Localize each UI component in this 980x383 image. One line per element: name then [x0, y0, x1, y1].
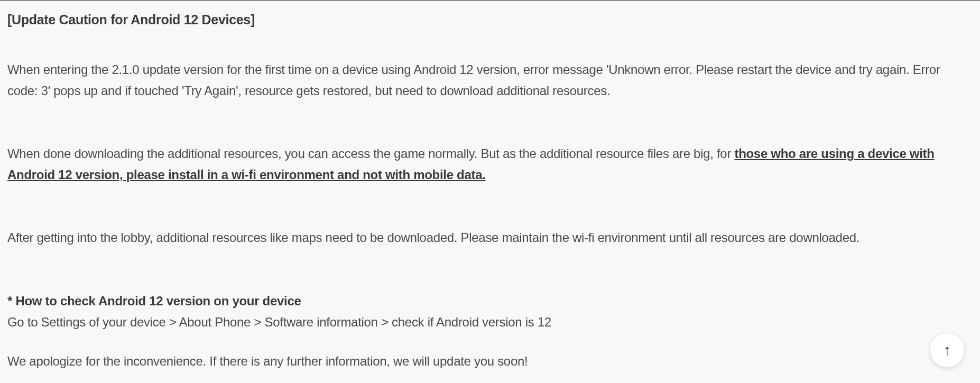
section-heading: [Update Caution for Android 12 Devices] [7, 12, 973, 27]
arrow-up-icon: ↑ [944, 343, 951, 358]
apology-text: We apologize for the inconvenience. If t… [7, 351, 973, 372]
spacer [7, 269, 973, 291]
content-area: [Update Caution for Android 12 Devices] … [0, 1, 980, 372]
paragraph-1: When entering the 2.1.0 update version f… [7, 59, 973, 101]
spacer [7, 122, 973, 143]
spacer [7, 332, 973, 351]
howto-heading: * How to check Android 12 version on you… [7, 291, 973, 312]
paragraph-2-text: When done downloading the additional res… [7, 146, 734, 161]
scroll-to-top-button[interactable]: ↑ [930, 333, 964, 367]
paragraph-2: When done downloading the additional res… [7, 143, 973, 185]
spacer [7, 206, 973, 227]
howto-steps: Go to Settings of your device > About Ph… [7, 312, 973, 333]
paragraph-3: After getting into the lobby, additional… [7, 227, 973, 248]
